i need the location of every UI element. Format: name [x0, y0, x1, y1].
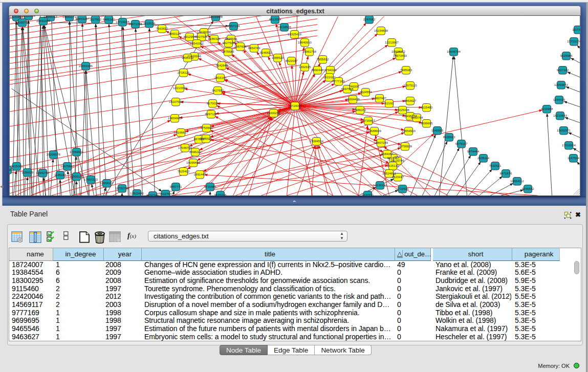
svg-text:7857224: 7857224	[227, 25, 239, 28]
svg-text:8322037: 8322037	[285, 59, 297, 62]
svg-text:16961758: 16961758	[302, 50, 317, 53]
svg-text:12213967: 12213967	[385, 41, 399, 44]
svg-text:17046788: 17046788	[178, 146, 192, 149]
svg-text:9612764: 9612764	[159, 192, 171, 195]
svg-text:12093872: 12093872	[554, 83, 569, 86]
svg-text:20206578: 20206578	[47, 153, 61, 156]
svg-text:19882171: 19882171	[62, 16, 77, 18]
svg-text:16154838: 16154838	[374, 29, 388, 32]
svg-text:9415061: 9415061	[10, 165, 23, 168]
svg-text:9245652: 9245652	[521, 187, 534, 190]
svg-text:9134611: 9134611	[361, 193, 374, 196]
svg-text:3915901: 3915901	[9, 168, 14, 171]
svg-text:1621022: 1621022	[323, 76, 335, 79]
svg-text:10973493: 10973493	[393, 54, 407, 57]
svg-text:7663822: 7663822	[156, 27, 168, 30]
svg-text:18807249: 18807249	[374, 141, 388, 144]
svg-text:10958107: 10958107	[100, 182, 114, 185]
svg-text:2523417: 2523417	[391, 176, 404, 179]
svg-text:19384554: 19384554	[310, 140, 324, 143]
svg-text:15720407: 15720407	[361, 119, 376, 122]
svg-text:9699695: 9699695	[420, 122, 432, 125]
svg-text:2367608: 2367608	[234, 45, 246, 48]
svg-text:1145194: 1145194	[54, 173, 66, 177]
svg-text:3215958: 3215958	[540, 107, 553, 111]
svg-text:9134226: 9134226	[214, 193, 226, 196]
svg-text:746206: 746206	[349, 85, 359, 88]
svg-text:16782759: 16782759	[115, 187, 129, 190]
svg-text:15751074: 15751074	[567, 40, 580, 43]
svg-text:9115460: 9115460	[420, 106, 432, 109]
svg-text:2718126: 2718126	[177, 71, 189, 74]
svg-text:9327505: 9327505	[222, 41, 234, 45]
svg-text:16648784: 16648784	[447, 50, 461, 53]
svg-text:7625402: 7625402	[177, 170, 189, 173]
svg-text:16543362: 16543362	[190, 42, 204, 45]
svg-text:9329966: 9329966	[560, 54, 572, 57]
svg-text:9084067: 9084067	[381, 152, 393, 156]
svg-text:7515526: 7515526	[143, 22, 155, 25]
svg-text:10688609: 10688609	[367, 129, 382, 133]
svg-text:8471876: 8471876	[499, 172, 512, 175]
svg-text:19218506: 19218506	[277, 26, 292, 29]
svg-text:1588520: 1588520	[271, 56, 284, 59]
svg-text:16107553: 16107553	[169, 100, 183, 103]
svg-text:14055713: 14055713	[15, 21, 30, 24]
svg-text:16524851: 16524851	[382, 172, 397, 175]
svg-text:19654923: 19654923	[402, 129, 416, 133]
svg-text:10807487: 10807487	[373, 97, 387, 100]
svg-text:16033809: 16033809	[209, 16, 223, 18]
svg-text:7955812: 7955812	[316, 58, 329, 61]
svg-text:9463627: 9463627	[404, 99, 416, 102]
svg-text:20053346: 20053346	[79, 64, 93, 68]
svg-text:1167534: 1167534	[567, 157, 579, 160]
svg-text:8813054: 8813054	[269, 18, 281, 21]
svg-text:9474444: 9474444	[467, 150, 479, 153]
svg-text:20691406: 20691406	[36, 19, 51, 23]
svg-text:10719155: 10719155	[116, 20, 130, 24]
svg-text:3660124: 3660124	[168, 32, 181, 35]
svg-text:3624554: 3624554	[359, 91, 372, 94]
svg-text:19654985: 19654985	[168, 117, 182, 120]
svg-text:12942757: 12942757	[36, 171, 50, 174]
svg-text:6794028: 6794028	[324, 69, 336, 72]
svg-text:1362615: 1362615	[298, 65, 311, 69]
svg-text:10756928: 10756928	[398, 145, 412, 148]
svg-text:16210643: 16210643	[553, 114, 568, 117]
svg-text:10975867: 10975867	[60, 165, 75, 168]
svg-text:14099489: 14099489	[186, 161, 201, 164]
svg-text:9327546: 9327546	[225, 37, 237, 40]
svg-text:2803144: 2803144	[214, 76, 226, 79]
svg-text:16120746: 16120746	[390, 159, 405, 162]
svg-text:9170021: 9170021	[206, 102, 219, 105]
svg-text:3875685: 3875685	[222, 50, 234, 53]
svg-text:1244415: 1244415	[553, 98, 565, 101]
svg-text:12213369: 12213369	[173, 86, 187, 90]
svg-text:1753594: 1753594	[200, 126, 212, 129]
svg-text:2935114: 2935114	[477, 157, 489, 160]
svg-text:9886921: 9886921	[200, 137, 212, 140]
svg-text:9716485: 9716485	[204, 185, 216, 188]
svg-text:19166827: 19166827	[174, 131, 188, 134]
svg-text:15692971: 15692971	[557, 129, 571, 132]
svg-text:18724007: 18724007	[288, 104, 302, 107]
svg-text:8498222: 8498222	[189, 150, 201, 154]
svg-text:2087682: 2087682	[363, 18, 375, 21]
svg-text:1640935: 1640935	[431, 129, 443, 132]
svg-text:18300295: 18300295	[267, 112, 281, 115]
svg-text:8938923: 8938923	[443, 136, 455, 139]
svg-text:10671355: 10671355	[128, 23, 143, 26]
svg-text:1691447: 1691447	[193, 173, 206, 176]
svg-text:9857771: 9857771	[169, 185, 182, 188]
svg-text:12923446: 12923446	[130, 192, 144, 195]
svg-text:9227342: 9227342	[556, 69, 569, 72]
svg-text:10025438: 10025438	[396, 108, 410, 112]
svg-text:17016504: 17016504	[562, 144, 576, 147]
svg-text:13325419: 13325419	[288, 33, 302, 36]
svg-text:18640910: 18640910	[298, 41, 312, 44]
svg-text:6466160: 6466160	[102, 18, 115, 21]
svg-text:10928372: 10928372	[391, 50, 406, 53]
svg-text:1615132: 1615132	[386, 164, 399, 167]
svg-text:14136141: 14136141	[373, 184, 387, 187]
svg-text:8267130: 8267130	[205, 113, 217, 116]
